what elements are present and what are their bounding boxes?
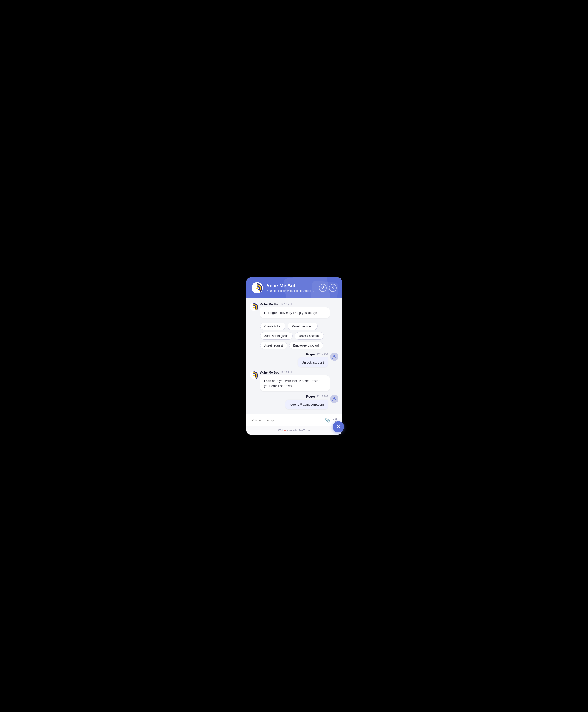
footer-text: With — [278, 429, 284, 432]
page-wrapper: Ache-Me Bot Your co-pilot for workplace … — [242, 273, 346, 439]
bot-message-group-2: Ache-Me Bot 12:17 PM I can help you with… — [250, 371, 338, 391]
header-actions: ↺ ✕ — [319, 284, 337, 292]
user-meta-1: Roger 12:17 PM — [306, 353, 328, 356]
bot-message-time-2: 12:17 PM — [280, 371, 292, 374]
close-icon: ✕ — [331, 286, 334, 290]
user-message-content-2: Roger 12:17 PM roger.s@acmecorp.com — [286, 395, 328, 409]
quick-reply-create-ticket[interactable]: Create ticket — [260, 323, 286, 330]
chat-input-area: 📎 — [246, 414, 342, 426]
quick-reply-reset-password[interactable]: Reset password — [288, 323, 318, 330]
user-message-bubble-2: roger.s@acmecorp.com — [286, 400, 328, 409]
quick-reply-asset-request[interactable]: Asset request — [260, 342, 287, 349]
user-message-content-1: Roger 12:17 PM Unlock account — [298, 353, 328, 367]
bot-message-bubble-1: Hi Roger, How may I help you today! — [260, 307, 330, 319]
close-button[interactable]: ✕ — [329, 284, 337, 292]
fab-close-button[interactable]: ✕ — [333, 421, 344, 432]
bot-avatar-2 — [250, 371, 258, 379]
chat-body: Ache-Me Bot 12:16 PM Hi Roger, How may I… — [246, 298, 342, 414]
attach-button[interactable]: 📎 — [325, 418, 330, 423]
paperclip-icon: 📎 — [325, 418, 330, 423]
bot-message-bubble-2: I can help you with this. Please provide… — [260, 375, 330, 391]
bot-logo — [252, 282, 263, 293]
user-avatar-1 — [330, 353, 338, 361]
bot-message-time-1: 12:16 PM — [280, 303, 292, 306]
svg-point-1 — [256, 287, 258, 289]
quick-reply-add-user[interactable]: Add user to group — [260, 332, 293, 340]
bot-sender-name-2: Ache-Me Bot — [260, 371, 279, 374]
user-message-time-1: 12:17 PM — [317, 353, 328, 356]
bot-avatar-1 — [250, 303, 258, 311]
quick-replies: Create ticket Reset password Add user to… — [260, 323, 338, 349]
bot-message-content-2: Ache-Me Bot 12:17 PM I can help you with… — [260, 371, 338, 391]
quick-reply-unlock-account[interactable]: Unlock account — [295, 332, 324, 340]
fab-close-icon: ✕ — [336, 424, 340, 430]
user-meta-2: Roger 12:17 PM — [306, 395, 328, 398]
chat-footer: With ♥ from Ache-Me Team — [246, 426, 342, 435]
bot-sender-name-1: Ache-Me Bot — [260, 303, 279, 306]
chat-widget: Ache-Me Bot Your co-pilot for workplace … — [246, 277, 342, 435]
svg-point-6 — [253, 375, 255, 377]
message-input[interactable] — [251, 418, 322, 422]
message-meta-1: Ache-Me Bot 12:16 PM — [260, 303, 338, 306]
user-message-time-2: 12:17 PM — [317, 395, 328, 398]
user-sender-name-2: Roger — [306, 395, 315, 398]
bot-message-content-1: Ache-Me Bot 12:16 PM Hi Roger, How may I… — [260, 303, 338, 319]
header-text: Ache-Me Bot Your co-pilot for workplace … — [266, 283, 315, 292]
message-meta-2: Ache-Me Bot 12:17 PM — [260, 371, 338, 374]
user-message-group-2: Roger 12:17 PM roger.s@acmecorp.com — [250, 395, 338, 409]
bot-message-group-1: Ache-Me Bot 12:16 PM Hi Roger, How may I… — [250, 303, 338, 319]
user-sender-name-1: Roger — [306, 353, 315, 356]
chat-header: Ache-Me Bot Your co-pilot for workplace … — [246, 277, 342, 298]
user-avatar-2 — [330, 395, 338, 403]
user-message-bubble-1: Unlock account — [298, 358, 328, 367]
header-subtitle: Your co-pilot for workplace IT Support. — [266, 289, 315, 292]
refresh-icon: ↺ — [321, 286, 324, 290]
heart-icon: ♥ — [284, 429, 286, 432]
footer-suffix: from Ache-Me Team — [287, 429, 310, 432]
quick-reply-employee-onboard[interactable]: Employee onboard — [289, 342, 323, 349]
header-title: Ache-Me Bot — [266, 283, 315, 289]
refresh-button[interactable]: ↺ — [319, 284, 327, 292]
svg-point-3 — [253, 306, 255, 308]
user-message-group-1: Roger 12:17 PM Unlock account — [250, 353, 338, 367]
